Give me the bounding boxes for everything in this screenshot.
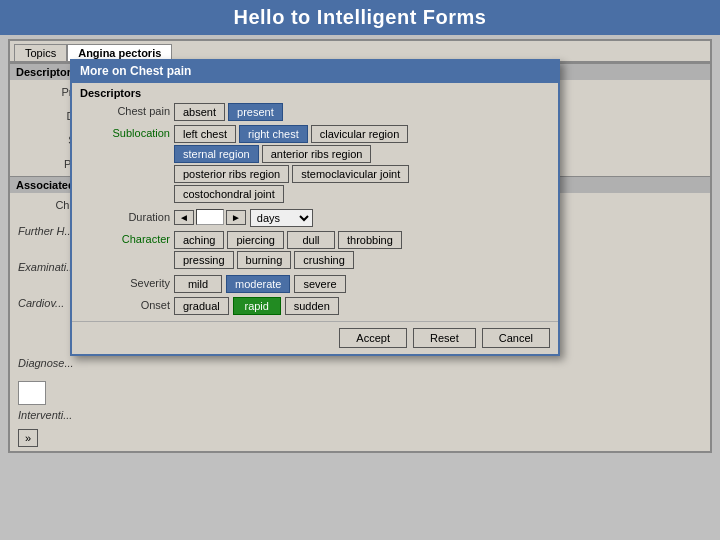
modal-character-buttons: aching piercing dull throbbing pressing …	[174, 231, 402, 271]
sublocation-row3: posterior ribs region stemoclavicular jo…	[174, 165, 409, 183]
sublocation-sternal-button[interactable]: sternal region	[174, 145, 259, 163]
reset-button[interactable]: Reset	[413, 328, 476, 348]
modal-duration-value-input[interactable]	[196, 209, 224, 225]
interventions-label: Interventi...	[18, 409, 162, 421]
sublocation-stemoclavicular-button[interactable]: stemoclavicular joint	[292, 165, 409, 183]
character-row1: aching piercing dull throbbing	[174, 231, 402, 249]
modal-chest-pain-present-button[interactable]: present	[228, 103, 283, 121]
main-form: Topics Angina pectoris Descriptors Prese…	[8, 39, 712, 453]
modal-onset-sudden-button[interactable]: sudden	[285, 297, 339, 315]
diagnoses-box	[18, 377, 162, 409]
sublocation-left-chest-button[interactable]: left chest	[174, 125, 236, 143]
modal-duration-row: Duration ◄ ► days weeks months	[72, 207, 558, 229]
modal-severity-mild-button[interactable]: mild	[174, 275, 222, 293]
modal-severity-row: Severity mild moderate severe	[72, 273, 558, 295]
character-crushing-button[interactable]: crushing	[294, 251, 354, 269]
sublocation-row2: sternal region anterior ribs region	[174, 145, 409, 163]
modal-dialog: More on Chest pain Descriptors Chest pai…	[70, 59, 560, 356]
sublocation-right-chest-button[interactable]: right chest	[239, 125, 308, 143]
character-throbbing-button[interactable]: throbbing	[338, 231, 402, 249]
character-aching-button[interactable]: aching	[174, 231, 224, 249]
modal-onset-label: Onset	[80, 297, 170, 311]
modal-severity-label: Severity	[80, 275, 170, 289]
modal-title: More on Chest pain	[72, 61, 558, 81]
modal-duration-label: Duration	[80, 209, 170, 223]
accept-button[interactable]: Accept	[339, 328, 407, 348]
modal-sublocation-buttons: left chest right chest clavicular region…	[174, 125, 409, 205]
modal-severity-moderate-button[interactable]: moderate	[226, 275, 290, 293]
modal-chest-pain-buttons: absent present	[174, 103, 283, 121]
modal-onset-rapid-button[interactable]: rapid	[233, 297, 281, 315]
sublocation-posterior-ribs-button[interactable]: posterior ribs region	[174, 165, 289, 183]
modal-chest-pain-row: Chest pain absent present	[72, 101, 558, 123]
character-row2: pressing burning crushing	[174, 251, 402, 269]
modal-duration-decrement-button[interactable]: ◄	[174, 210, 194, 225]
modal-duration-unit-select[interactable]: days weeks months	[250, 209, 313, 227]
diagnoses-label: Diagnose...	[18, 357, 162, 369]
title-bar: Hello to Intelligent Forms	[0, 0, 720, 35]
sublocation-clavicular-button[interactable]: clavicular region	[311, 125, 408, 143]
tab-topics[interactable]: Topics	[14, 44, 67, 61]
modal-duration-input-group: ◄ ►	[174, 209, 246, 225]
sublocation-row4: costochondral joint	[174, 185, 409, 203]
character-piercing-button[interactable]: piercing	[227, 231, 284, 249]
modal-chest-pain-label: Chest pain	[80, 103, 170, 117]
modal-descriptors-header: Descriptors	[72, 83, 558, 101]
modal-character-label: Character	[80, 231, 170, 245]
sublocation-row1: left chest right chest clavicular region	[174, 125, 409, 143]
modal-sublocation-row: Sublocation left chest right chest clavi…	[72, 123, 558, 207]
character-burning-button[interactable]: burning	[237, 251, 292, 269]
modal-chest-pain-absent-button[interactable]: absent	[174, 103, 225, 121]
modal-sublocation-label: Sublocation	[80, 125, 170, 139]
nav-forward-button[interactable]: »	[18, 429, 38, 447]
modal-onset-gradual-button[interactable]: gradual	[174, 297, 229, 315]
diagnoses-input-box[interactable]	[18, 381, 46, 405]
cancel-button[interactable]: Cancel	[482, 328, 550, 348]
character-pressing-button[interactable]: pressing	[174, 251, 234, 269]
modal-character-row: Character aching piercing dull throbbing…	[72, 229, 558, 273]
modal-bottom-buttons: Accept Reset Cancel	[72, 321, 558, 354]
app-title: Hello to Intelligent Forms	[233, 6, 486, 28]
character-dull-button[interactable]: dull	[287, 231, 335, 249]
sublocation-anterior-ribs-button[interactable]: anterior ribs region	[262, 145, 372, 163]
sublocation-costochondral-button[interactable]: costochondral joint	[174, 185, 284, 203]
modal-severity-severe-button[interactable]: severe	[294, 275, 345, 293]
modal-duration-increment-button[interactable]: ►	[226, 210, 246, 225]
modal-onset-row: Onset gradual rapid sudden	[72, 295, 558, 317]
